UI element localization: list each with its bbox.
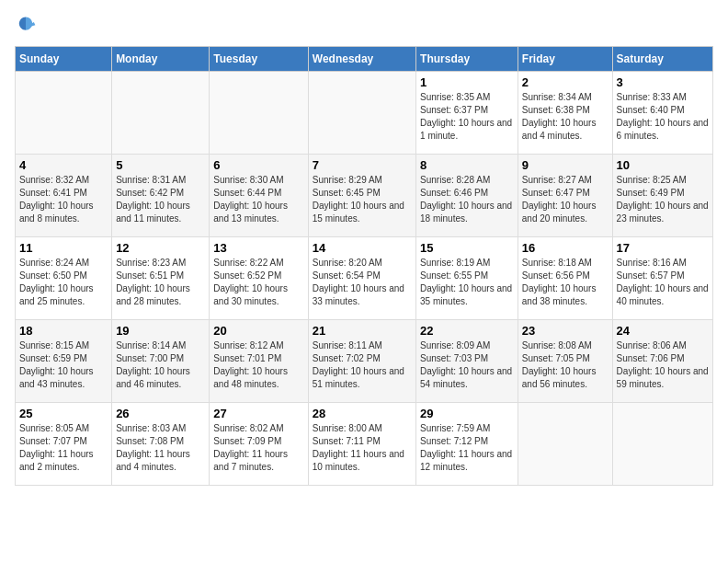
week-row: 25Sunrise: 8:05 AM Sunset: 7:07 PM Dayli… bbox=[16, 403, 713, 486]
day-info: Sunrise: 8:31 AM Sunset: 6:42 PM Dayligh… bbox=[116, 174, 205, 225]
day-info: Sunrise: 8:11 AM Sunset: 7:02 PM Dayligh… bbox=[313, 339, 412, 391]
day-cell bbox=[518, 403, 612, 486]
day-cell: 26Sunrise: 8:03 AM Sunset: 7:08 PM Dayli… bbox=[112, 403, 210, 486]
day-cell: 7Sunrise: 8:29 AM Sunset: 6:45 PM Daylig… bbox=[308, 155, 415, 237]
day-number: 14 bbox=[313, 241, 412, 255]
day-number: 4 bbox=[19, 158, 108, 172]
week-row: 11Sunrise: 8:24 AM Sunset: 6:50 PM Dayli… bbox=[16, 237, 713, 320]
day-number: 5 bbox=[116, 158, 205, 172]
day-cell bbox=[112, 72, 210, 155]
day-info: Sunrise: 7:59 AM Sunset: 7:12 PM Dayligh… bbox=[420, 422, 514, 474]
day-cell: 21Sunrise: 8:11 AM Sunset: 7:02 PM Dayli… bbox=[308, 320, 415, 403]
day-cell: 3Sunrise: 8:33 AM Sunset: 6:40 PM Daylig… bbox=[612, 72, 712, 155]
day-info: Sunrise: 8:29 AM Sunset: 6:45 PM Dayligh… bbox=[313, 174, 412, 225]
day-cell: 6Sunrise: 8:30 AM Sunset: 6:44 PM Daylig… bbox=[210, 155, 308, 237]
day-number: 10 bbox=[617, 158, 709, 172]
day-info: Sunrise: 8:02 AM Sunset: 7:09 PM Dayligh… bbox=[213, 422, 303, 474]
day-number: 1 bbox=[420, 75, 514, 89]
day-number: 3 bbox=[617, 75, 709, 89]
header-day: Wednesday bbox=[308, 47, 415, 72]
day-number: 12 bbox=[116, 241, 205, 255]
day-number: 17 bbox=[617, 241, 709, 255]
day-cell: 20Sunrise: 8:12 AM Sunset: 7:01 PM Dayli… bbox=[210, 320, 308, 403]
day-cell: 27Sunrise: 8:02 AM Sunset: 7:09 PM Dayli… bbox=[210, 403, 308, 486]
day-info: Sunrise: 8:30 AM Sunset: 6:44 PM Dayligh… bbox=[213, 174, 303, 225]
day-info: Sunrise: 8:23 AM Sunset: 6:51 PM Dayligh… bbox=[116, 257, 205, 308]
day-number: 11 bbox=[19, 241, 108, 255]
header-day: Friday bbox=[518, 47, 612, 72]
day-number: 27 bbox=[213, 407, 303, 420]
day-number: 2 bbox=[522, 75, 609, 89]
day-cell: 25Sunrise: 8:05 AM Sunset: 7:07 PM Dayli… bbox=[16, 403, 112, 486]
day-info: Sunrise: 8:18 AM Sunset: 6:56 PM Dayligh… bbox=[522, 257, 609, 308]
day-cell bbox=[210, 72, 308, 155]
header-day: Thursday bbox=[416, 47, 518, 72]
day-cell: 24Sunrise: 8:06 AM Sunset: 7:06 PM Dayli… bbox=[612, 320, 712, 403]
day-cell: 8Sunrise: 8:28 AM Sunset: 6:46 PM Daylig… bbox=[416, 155, 518, 237]
day-cell: 18Sunrise: 8:15 AM Sunset: 6:59 PM Dayli… bbox=[16, 320, 112, 403]
day-cell: 12Sunrise: 8:23 AM Sunset: 6:51 PM Dayli… bbox=[112, 237, 210, 320]
day-number: 21 bbox=[313, 324, 412, 338]
day-cell: 4Sunrise: 8:32 AM Sunset: 6:41 PM Daylig… bbox=[16, 155, 112, 237]
day-info: Sunrise: 8:06 AM Sunset: 7:06 PM Dayligh… bbox=[617, 339, 709, 391]
day-info: Sunrise: 8:00 AM Sunset: 7:11 PM Dayligh… bbox=[313, 422, 412, 474]
day-number: 22 bbox=[420, 324, 514, 338]
day-cell: 28Sunrise: 8:00 AM Sunset: 7:11 PM Dayli… bbox=[308, 403, 415, 486]
day-info: Sunrise: 8:16 AM Sunset: 6:57 PM Dayligh… bbox=[617, 257, 709, 308]
day-info: Sunrise: 8:28 AM Sunset: 6:46 PM Dayligh… bbox=[420, 174, 514, 225]
calendar-header: SundayMondayTuesdayWednesdayThursdayFrid… bbox=[16, 47, 713, 72]
day-info: Sunrise: 8:19 AM Sunset: 6:55 PM Dayligh… bbox=[420, 257, 514, 308]
day-info: Sunrise: 8:12 AM Sunset: 7:01 PM Dayligh… bbox=[213, 339, 303, 391]
day-cell bbox=[308, 72, 415, 155]
day-info: Sunrise: 8:32 AM Sunset: 6:41 PM Dayligh… bbox=[19, 174, 108, 225]
header-day: Monday bbox=[112, 47, 210, 72]
day-cell: 13Sunrise: 8:22 AM Sunset: 6:52 PM Dayli… bbox=[210, 237, 308, 320]
day-cell: 2Sunrise: 8:34 AM Sunset: 6:38 PM Daylig… bbox=[518, 72, 612, 155]
day-number: 23 bbox=[522, 324, 609, 338]
day-cell: 22Sunrise: 8:09 AM Sunset: 7:03 PM Dayli… bbox=[416, 320, 518, 403]
calendar-body: 1Sunrise: 8:35 AM Sunset: 6:37 PM Daylig… bbox=[16, 72, 713, 486]
day-cell: 15Sunrise: 8:19 AM Sunset: 6:55 PM Dayli… bbox=[416, 237, 518, 320]
day-info: Sunrise: 8:22 AM Sunset: 6:52 PM Dayligh… bbox=[213, 257, 303, 308]
day-number: 18 bbox=[19, 324, 108, 338]
day-number: 16 bbox=[522, 241, 609, 255]
day-cell: 11Sunrise: 8:24 AM Sunset: 6:50 PM Dayli… bbox=[16, 237, 112, 320]
day-number: 7 bbox=[313, 158, 412, 172]
day-info: Sunrise: 8:33 AM Sunset: 6:40 PM Dayligh… bbox=[617, 91, 709, 143]
day-info: Sunrise: 8:15 AM Sunset: 6:59 PM Dayligh… bbox=[19, 339, 108, 391]
day-info: Sunrise: 8:25 AM Sunset: 6:49 PM Dayligh… bbox=[617, 174, 709, 225]
day-cell: 5Sunrise: 8:31 AM Sunset: 6:42 PM Daylig… bbox=[112, 155, 210, 237]
day-number: 19 bbox=[116, 324, 205, 338]
day-cell: 29Sunrise: 7:59 AM Sunset: 7:12 PM Dayli… bbox=[416, 403, 518, 486]
day-cell: 23Sunrise: 8:08 AM Sunset: 7:05 PM Dayli… bbox=[518, 320, 612, 403]
calendar-table: SundayMondayTuesdayWednesdayThursdayFrid… bbox=[15, 46, 713, 486]
logo-icon bbox=[15, 15, 37, 37]
day-info: Sunrise: 8:20 AM Sunset: 6:54 PM Dayligh… bbox=[313, 257, 412, 308]
header-day: Sunday bbox=[16, 47, 112, 72]
day-cell: 1Sunrise: 8:35 AM Sunset: 6:37 PM Daylig… bbox=[416, 72, 518, 155]
header-row: SundayMondayTuesdayWednesdayThursdayFrid… bbox=[16, 47, 713, 72]
day-cell: 9Sunrise: 8:27 AM Sunset: 6:47 PM Daylig… bbox=[518, 155, 612, 237]
day-info: Sunrise: 8:09 AM Sunset: 7:03 PM Dayligh… bbox=[420, 339, 514, 391]
day-cell: 19Sunrise: 8:14 AM Sunset: 7:00 PM Dayli… bbox=[112, 320, 210, 403]
day-cell: 10Sunrise: 8:25 AM Sunset: 6:49 PM Dayli… bbox=[612, 155, 712, 237]
day-info: Sunrise: 8:03 AM Sunset: 7:08 PM Dayligh… bbox=[116, 422, 205, 474]
logo bbox=[15, 15, 40, 37]
header-day: Tuesday bbox=[210, 47, 308, 72]
day-cell bbox=[612, 403, 712, 486]
day-info: Sunrise: 8:05 AM Sunset: 7:07 PM Dayligh… bbox=[19, 422, 108, 474]
day-cell bbox=[16, 72, 112, 155]
day-number: 28 bbox=[313, 407, 412, 420]
day-cell: 16Sunrise: 8:18 AM Sunset: 6:56 PM Dayli… bbox=[518, 237, 612, 320]
day-info: Sunrise: 8:35 AM Sunset: 6:37 PM Dayligh… bbox=[420, 91, 514, 143]
week-row: 18Sunrise: 8:15 AM Sunset: 6:59 PM Dayli… bbox=[16, 320, 713, 403]
day-info: Sunrise: 8:34 AM Sunset: 6:38 PM Dayligh… bbox=[522, 91, 609, 143]
day-number: 8 bbox=[420, 158, 514, 172]
day-info: Sunrise: 8:27 AM Sunset: 6:47 PM Dayligh… bbox=[522, 174, 609, 225]
day-number: 6 bbox=[213, 158, 303, 172]
day-cell: 17Sunrise: 8:16 AM Sunset: 6:57 PM Dayli… bbox=[612, 237, 712, 320]
header bbox=[15, 15, 713, 37]
day-info: Sunrise: 8:14 AM Sunset: 7:00 PM Dayligh… bbox=[116, 339, 205, 391]
day-number: 25 bbox=[19, 407, 108, 420]
header-day: Saturday bbox=[612, 47, 712, 72]
